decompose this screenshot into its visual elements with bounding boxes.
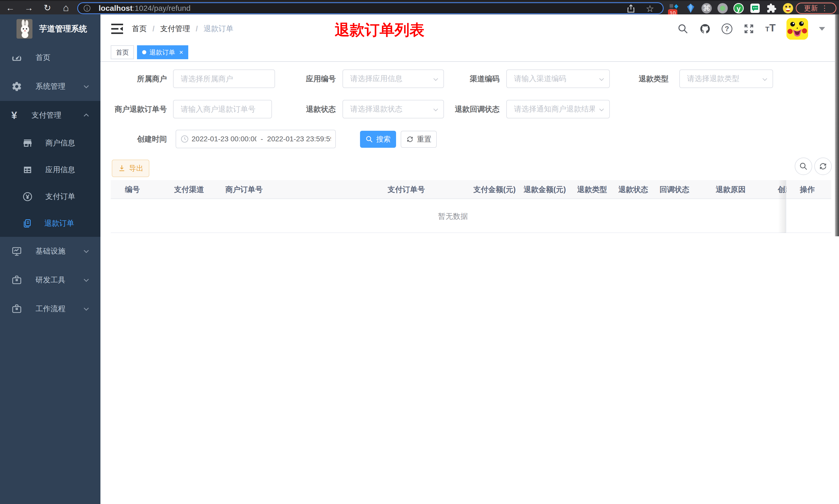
url-host: localhost <box>99 4 132 12</box>
extensions-puzzle-icon[interactable] <box>766 3 777 13</box>
search-icon <box>799 162 808 170</box>
sidebar-item-label: 工作流程 <box>36 304 66 314</box>
column-header-refund-type: 退款类型 <box>577 180 607 199</box>
channel-select[interactable]: 请输入渠道编码 <box>506 70 610 88</box>
browser-reload-button[interactable]: ↻ <box>41 1 54 15</box>
extension-dot-icon[interactable] <box>717 3 728 13</box>
help-icon[interactable]: ? <box>721 23 732 34</box>
extension-gem-icon[interactable] <box>685 3 696 13</box>
table-empty-row: 暂无数据 <box>111 199 831 233</box>
sidebar-item-pay-order[interactable]: 支付订单 <box>0 183 101 210</box>
browser-menu-icon[interactable]: ⋮ <box>821 7 828 10</box>
search-icon <box>365 136 373 143</box>
dashboard-icon <box>11 52 22 63</box>
browser-back-button[interactable]: ← <box>4 1 17 15</box>
breadcrumb-home[interactable]: 首页 <box>132 24 147 34</box>
export-button[interactable]: 导出 <box>112 160 149 177</box>
top-navbar: 首页 / 支付管理 / 退款订单 退款订单列表 ? TT <box>101 14 839 43</box>
tags-view-bar: 首页 退款订单 × <box>101 43 839 62</box>
extension-tampermonkey-icon[interactable]: 10 <box>669 3 679 13</box>
monitor-chart-icon <box>11 246 22 257</box>
avatar[interactable] <box>786 18 808 40</box>
fixed-column-divider <box>786 180 786 233</box>
sidebar-item-label: 支付订单 <box>45 192 75 202</box>
select-chevron-icon <box>598 76 605 83</box>
fullscreen-icon[interactable] <box>743 23 754 35</box>
fixed-column-shadow <box>778 180 786 233</box>
sidebar-item-infra[interactable]: 基础设施 <box>0 237 101 266</box>
sidebar-item-dev-tools[interactable]: 研发工具 <box>0 266 101 294</box>
filter-label-refund-status: 退款状态 <box>270 100 336 119</box>
page-title: 退款订单列表 <box>335 20 424 40</box>
toggle-search-button[interactable] <box>795 158 812 175</box>
create-time-range-picker[interactable]: 2022-01-23 00:00:00 - 2022-01-23 23:59:5… <box>176 130 336 148</box>
refund-status-select[interactable]: 请选择退款状态 <box>342 100 444 119</box>
browser-home-button[interactable]: ⌂ <box>60 1 72 15</box>
navbar-actions: ? TT <box>677 14 825 43</box>
column-header-pay-channel: 支付渠道 <box>174 180 204 199</box>
sidebar-item-workflow[interactable]: 工作流程 <box>0 294 101 323</box>
share-icon[interactable] <box>626 4 636 14</box>
filter-label-channel: 渠道编码 <box>438 70 500 88</box>
extension-y-icon[interactable]: y <box>733 3 744 13</box>
chevron-down-icon <box>83 247 90 255</box>
select-chevron-icon <box>598 106 605 113</box>
profile-emoji-icon[interactable] <box>783 3 793 13</box>
url-text[interactable]: localhost:1024/pay/refund <box>99 3 191 13</box>
refresh-table-button[interactable] <box>814 158 832 175</box>
sidebar-item-label: 基础设施 <box>36 246 66 256</box>
sidebar-item-merchant-info[interactable]: 商户信息 <box>0 130 101 157</box>
reset-button[interactable]: 重置 <box>401 131 437 148</box>
avatar-dropdown-caret-icon[interactable] <box>819 27 825 31</box>
breadcrumb-pay[interactable]: 支付管理 <box>160 24 190 34</box>
sidebar-section-pay: ¥ 支付管理 商户信息 应用信息 支付订单 退款订单 <box>0 101 101 237</box>
column-header-callback-status: 回调状态 <box>660 180 690 199</box>
sidebar-item-app-info[interactable]: 应用信息 <box>0 157 101 183</box>
store-icon <box>22 138 33 148</box>
column-header-id: 编号 <box>125 180 140 199</box>
sidebar-item-pay[interactable]: ¥ 支付管理 <box>0 101 101 130</box>
app-select[interactable]: 请选择应用信息 <box>342 70 444 88</box>
clock-icon <box>180 134 189 143</box>
search-button[interactable]: 搜索 <box>360 131 396 148</box>
sidebar-item-system[interactable]: 系统管理 <box>0 72 101 101</box>
url-path: :1024/pay/refund <box>132 4 191 12</box>
sidebar-collapse-icon[interactable] <box>111 23 123 35</box>
tag-refund-order[interactable]: 退款订单 × <box>137 45 188 59</box>
column-header-pay-amount: 支付金额(元) <box>473 180 516 199</box>
sidebar: 芋道管理系统 首页 系统管理 ¥ 支付管理 商户信息 应用信息 <box>0 14 101 504</box>
browser-forward-button[interactable]: → <box>23 1 35 15</box>
notify-status-select[interactable]: 请选择通知商户退款结果的 <box>506 100 610 119</box>
filter-label-app: 应用编号 <box>270 70 336 88</box>
sidebar-item-label: 退款订单 <box>44 218 74 229</box>
active-tag-dot <box>142 50 146 54</box>
site-info-icon[interactable]: i <box>84 5 90 12</box>
date-range-separator: - <box>259 135 265 143</box>
refund-type-select[interactable]: 请选择退款类型 <box>679 70 773 88</box>
refresh-icon <box>819 162 827 170</box>
column-header-merchant-order-no: 商户订单号 <box>225 180 263 199</box>
font-size-icon[interactable]: TT <box>765 22 775 36</box>
sidebar-logo[interactable]: 芋道管理系统 <box>0 14 101 43</box>
extension-command-icon[interactable]: ⌘ <box>701 3 712 13</box>
column-header-actions: 操作 <box>800 180 815 199</box>
briefcase-icon <box>11 275 22 286</box>
extension-chat-icon[interactable] <box>750 3 760 13</box>
sidebar-item-label: 研发工具 <box>36 275 66 285</box>
merchant-refund-no-input[interactable] <box>173 100 272 119</box>
github-icon[interactable] <box>699 23 711 35</box>
table-header: 编号 支付渠道 商户订单号 支付订单号 支付金额(元) 退款金额(元) 退款类型… <box>111 180 831 199</box>
window-edge-scrollbar[interactable] <box>835 14 839 236</box>
start-date-value: 2022-01-23 00:00:00 <box>192 135 256 143</box>
browser-update-button[interactable]: 更新 ⋮ <box>796 3 836 14</box>
filter-label-create-time: 创建时间 <box>101 130 167 148</box>
bookmark-star-icon[interactable]: ☆ <box>645 4 655 14</box>
sidebar-item-home[interactable]: 首页 <box>0 43 101 72</box>
tag-home[interactable]: 首页 <box>111 45 134 59</box>
search-icon[interactable] <box>677 23 689 35</box>
tag-close-icon[interactable]: × <box>179 49 183 56</box>
sidebar-item-refund-order[interactable]: 退款订单 <box>0 210 101 237</box>
column-header-refund-reason: 退款原因 <box>716 180 746 199</box>
address-bar[interactable]: i localhost:1024/pay/refund ☆ <box>77 2 664 14</box>
merchant-input[interactable] <box>173 70 275 88</box>
